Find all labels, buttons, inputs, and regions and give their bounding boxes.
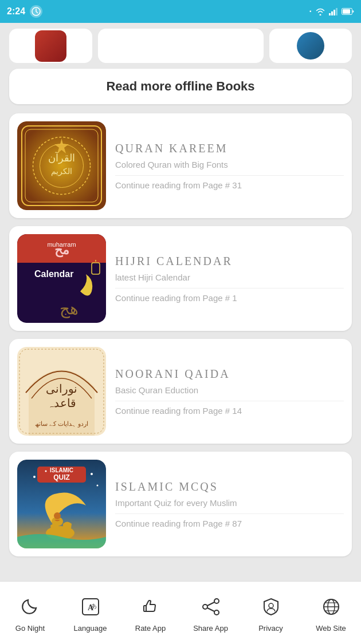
- nav-label-rate: Rate App: [135, 624, 166, 633]
- wifi-icon: [315, 7, 325, 15]
- svg-point-36: [33, 476, 36, 478]
- read-more-button[interactable]: Read more offline Books: [9, 69, 352, 104]
- book-icon-noorani: نورانی قاعدہ اردو ہدایات کے ساتھ: [17, 347, 106, 436]
- book-title-noorani: Noorani Qaida: [115, 368, 344, 381]
- book-card-noorani[interactable]: نورانی قاعدہ اردو ہدایات کے ساتھ Noorani…: [9, 339, 352, 444]
- book-progress-mcqs: Continue reading from Page # 87: [115, 513, 344, 528]
- nav-item-go-night[interactable]: Go Night: [0, 593, 60, 633]
- nav-label-night: Go Night: [15, 624, 45, 633]
- nav-item-privacy[interactable]: Privacy: [241, 593, 301, 633]
- status-bar: 2:24 ·: [0, 0, 361, 23]
- book-subtitle-noorani: Basic Quran Eduction: [115, 385, 344, 395]
- svg-text:あ: あ: [91, 603, 97, 609]
- status-time: 2:24: [7, 6, 25, 17]
- book-icon-mcqs: ISLAMIC QUIZ: [17, 460, 106, 548]
- share-icon: [197, 593, 225, 621]
- book-subtitle-hijri: latest Hijri Calendar: [115, 272, 344, 282]
- nav-item-language[interactable]: A あ Language: [60, 593, 120, 633]
- book-title-mcqs: Islamic Mcqs: [115, 480, 344, 493]
- svg-text:ISLAMIC: ISLAMIC: [50, 467, 73, 473]
- svg-point-44: [214, 599, 219, 603]
- svg-rect-1: [329, 13, 331, 15]
- svg-point-38: [91, 473, 93, 475]
- svg-text:QUIZ: QUIZ: [53, 473, 70, 481]
- rate-icon: [137, 593, 164, 621]
- svg-text:muharram: muharram: [47, 241, 76, 248]
- top-strip: [9, 29, 352, 63]
- book-info-noorani: Noorani Qaida Basic Quran Eduction Conti…: [115, 368, 344, 416]
- status-icons: ·: [309, 6, 354, 17]
- language-icon: A あ: [77, 593, 104, 621]
- svg-rect-6: [343, 9, 350, 14]
- svg-point-45: [203, 605, 207, 609]
- nav-item-rate-app[interactable]: Rate App: [120, 593, 180, 633]
- svg-line-48: [207, 608, 214, 611]
- nav-label-web: Web Site: [316, 624, 346, 633]
- top-card-right: [269, 29, 352, 63]
- book-progress-noorani: Continue reading from Page # 14: [115, 401, 344, 416]
- web-icon: [317, 593, 345, 621]
- svg-text:Calendar: Calendar: [34, 269, 73, 279]
- privacy-icon: [257, 593, 285, 621]
- svg-text:هج: هج: [60, 300, 79, 318]
- book-subtitle-mcqs: Important Quiz for every Muslim: [115, 498, 344, 508]
- svg-point-49: [269, 603, 273, 608]
- book-card-islamic-mcqs[interactable]: ISLAMIC QUIZ Isl: [9, 452, 352, 556]
- svg-text:اردو ہدایات کے ساتھ: اردو ہدایات کے ساتھ: [35, 420, 88, 428]
- book-subtitle-quran: Colored Quran with Big Fonts: [115, 160, 344, 169]
- svg-rect-4: [336, 8, 338, 15]
- svg-text:نورانی: نورانی: [46, 382, 77, 396]
- svg-rect-7: [17, 121, 106, 210]
- svg-rect-3: [333, 10, 335, 15]
- bottom-nav: Go Night A あ Language Rate App: [0, 581, 361, 644]
- nav-label-language: Language: [74, 624, 107, 633]
- svg-rect-43: [144, 606, 146, 611]
- svg-text:القرآن: القرآن: [48, 152, 75, 164]
- book-card-hijri[interactable]: مح muharram Calendar هج Hijri Calendar l…: [9, 226, 352, 331]
- book-info-mcqs: Islamic Mcqs Important Quiz for every Mu…: [115, 480, 344, 528]
- night-icon: [17, 593, 44, 621]
- book-progress-quran: Continue reading from Page # 31: [115, 175, 344, 190]
- svg-line-47: [207, 602, 214, 606]
- svg-point-37: [45, 471, 47, 472]
- book-info-quran: Quran Kareem Colored Quran with Big Font…: [115, 142, 344, 190]
- signal-icon: [329, 7, 338, 15]
- book-icon-hijri: مح muharram Calendar هج: [17, 234, 106, 323]
- book-icon-quran: القرآن الكريم: [17, 121, 106, 210]
- app-icon: [30, 5, 42, 18]
- nav-item-share-app[interactable]: Share App: [180, 593, 241, 633]
- nav-label-share: Share App: [193, 624, 228, 633]
- battery-icon: [342, 8, 354, 15]
- main-content: Read more offline Books القرآن: [0, 23, 361, 581]
- svg-point-46: [214, 610, 219, 615]
- book-title-quran: Quran Kareem: [115, 142, 344, 155]
- svg-point-35: [54, 512, 61, 519]
- book-card-quran-kareem[interactable]: القرآن الكريم Quran Kareem Colored Quran…: [9, 113, 352, 218]
- top-card-left: [9, 29, 92, 63]
- svg-text:قاعدہ: قاعدہ: [47, 397, 76, 409]
- svg-point-39: [97, 485, 99, 487]
- top-card-middle: [98, 29, 264, 63]
- nav-label-privacy: Privacy: [258, 624, 283, 633]
- book-progress-hijri: Continue reading from Page # 1: [115, 288, 344, 303]
- book-title-hijri: Hijri Calendar: [115, 255, 344, 268]
- svg-text:الكريم: الكريم: [51, 167, 72, 176]
- book-info-hijri: Hijri Calendar latest Hijri Calendar Con…: [115, 255, 344, 303]
- nav-item-web-site[interactable]: Web Site: [301, 593, 361, 633]
- svg-rect-2: [331, 11, 333, 15]
